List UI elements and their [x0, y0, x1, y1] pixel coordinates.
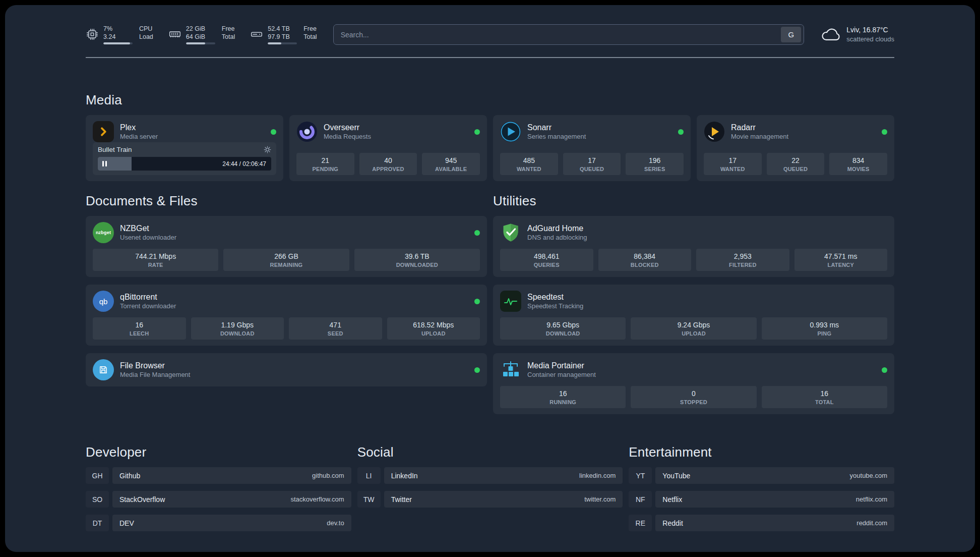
- section-title-media: Media: [86, 92, 894, 108]
- section-media: Media Plex Media server Bullet Train: [86, 92, 894, 181]
- bookmark-twitter[interactable]: TW Twitter twitter.com: [357, 491, 623, 508]
- bookmark-name: LinkedIn: [391, 472, 418, 480]
- status-dot: [271, 129, 276, 135]
- bookmark-netflix[interactable]: NF Netflix netflix.com: [629, 491, 894, 508]
- app-card-adguard[interactable]: AdGuard Home DNS and adblocking 498,461 …: [493, 216, 894, 277]
- search-input[interactable]: [334, 31, 781, 39]
- stat-label: STOPPED: [633, 399, 754, 405]
- section-title-social: Social: [357, 444, 623, 460]
- stat-block: 485 WANTED: [500, 153, 558, 175]
- pause-icon[interactable]: [102, 161, 107, 166]
- stat-label: LEECH: [95, 330, 184, 337]
- stat-label: RATE: [95, 262, 216, 268]
- plex-icon: [93, 121, 114, 142]
- stat-value: 9.24 Gbps: [633, 321, 754, 329]
- cpu-label-top: CPU: [139, 25, 153, 33]
- stat-block: 16 TOTAL: [762, 386, 887, 408]
- bookmark-youtube[interactable]: YT YouTube youtube.com: [629, 467, 894, 484]
- gear-icon[interactable]: [264, 146, 271, 153]
- speedtest-icon: [500, 291, 521, 312]
- stat-block: 744.21 Mbps RATE: [93, 249, 218, 271]
- bookmark-group-entertainment: Entertainment YT YouTube youtube.com NF …: [629, 444, 894, 531]
- search-provider-button[interactable]: G: [781, 27, 801, 42]
- stat-value: 196: [628, 156, 682, 164]
- stat-value: 21: [298, 156, 352, 164]
- bookmark-abbr: YT: [629, 467, 652, 484]
- stat-value: 22: [769, 156, 823, 164]
- stat-block: 196 SERIES: [626, 153, 684, 175]
- stat-block: 0.993 ms PING: [762, 317, 887, 340]
- section-documents: Documents & Files nzbget NZBGet Usenet d…: [86, 193, 487, 386]
- bookmark-abbr: RE: [629, 515, 652, 531]
- stat-block: 40 APPROVED: [359, 153, 417, 175]
- app-card-plex[interactable]: Plex Media server Bullet Train: [86, 115, 283, 181]
- disk-icon: [250, 28, 263, 41]
- stat-block: 498,461 QUERIES: [500, 249, 593, 271]
- app-card-filebrowser[interactable]: File Browser Media File Management: [86, 353, 487, 386]
- bookmark-linkedin[interactable]: LI LinkedIn linkedin.com: [357, 467, 623, 484]
- weather-condition: scattered clouds: [846, 35, 894, 44]
- stat-block: 17 QUEUED: [563, 153, 621, 175]
- stat-value: 0: [633, 389, 754, 398]
- stat-value: 40: [361, 156, 415, 164]
- stats-row: 17 WANTED 22 QUEUED 834 MOVIES: [704, 147, 887, 175]
- app-card-portainer[interactable]: Media Portainer Container management 16 …: [493, 353, 894, 414]
- memory-total: 64 GiB: [186, 33, 215, 41]
- stat-label: UPLOAD: [633, 330, 754, 337]
- plex-now-playing: Bullet Train 24:44 / 02:06:47: [93, 142, 276, 175]
- stat-label: QUERIES: [502, 262, 591, 268]
- bookmark-name: Twitter: [391, 495, 412, 504]
- stat-label: PING: [764, 330, 885, 337]
- disk-labels: Free Total: [303, 25, 317, 41]
- bookmark-name: StackOverflow: [119, 495, 165, 504]
- overseerr-icon: [296, 121, 318, 142]
- stat-label: DOWNLOAD: [502, 330, 624, 337]
- stats-row: 744.21 Mbps RATE 266 GB REMAINING 39.6 T…: [93, 243, 480, 271]
- stat-block: 9.24 Gbps UPLOAD: [631, 317, 756, 340]
- app-card-overseerr[interactable]: Overseerr Media Requests 21 PENDING 40 A…: [289, 115, 487, 181]
- memory-icon: [168, 28, 181, 41]
- stat-block: 16 RUNNING: [500, 386, 626, 408]
- stat-block: 2,953 FILTERED: [696, 249, 789, 271]
- stat-block: 266 GB REMAINING: [223, 249, 349, 271]
- player-progress-bar[interactable]: 24:44 / 02:06:47: [98, 157, 271, 171]
- app-card-speedtest[interactable]: Speedtest Speedtest Tracking 9.65 Gbps D…: [493, 285, 894, 346]
- app-desc: Container management: [527, 371, 596, 379]
- bookmark-dev[interactable]: DT DEV dev.to: [86, 515, 351, 531]
- app-desc: Media File Management: [120, 371, 190, 379]
- stat-value: 618.52 Mbps: [389, 321, 478, 329]
- stat-value: 9.65 Gbps: [502, 321, 624, 329]
- stat-value: 2,953: [698, 252, 787, 260]
- nzbget-icon-text: nzbget: [96, 230, 111, 235]
- section-title-utilities: Utilities: [493, 193, 894, 209]
- app-card-sonarr[interactable]: Sonarr Series management 485 WANTED 17 Q…: [493, 115, 691, 181]
- stat-label: QUEUED: [565, 166, 619, 172]
- stat-label: REMAINING: [225, 262, 347, 268]
- disk-label-bottom: Total: [303, 33, 317, 41]
- memory-label-top: Free: [222, 25, 235, 33]
- stat-block: 834 MOVIES: [829, 153, 887, 175]
- memory-bar: [186, 42, 215, 44]
- dashboard: 7% 3.24 CPU Load 22 GiB 64 GiB: [5, 5, 975, 552]
- app-card-qbittorrent[interactable]: qb qBittorrent Torrent downloader 16 LEE…: [86, 285, 487, 346]
- app-name: File Browser: [120, 361, 190, 371]
- disk-widget: 52.4 TB 97.9 TB Free Total: [250, 25, 317, 45]
- section-title-documents: Documents & Files: [86, 193, 487, 209]
- app-desc: Usenet downloader: [120, 234, 176, 242]
- bookmark-github[interactable]: GH Github github.com: [86, 467, 351, 484]
- app-card-radarr[interactable]: Radarr Movie management 17 WANTED 22 QUE…: [697, 115, 894, 181]
- stats-row: 16 RUNNING 0 STOPPED 16 TOTAL: [500, 380, 887, 408]
- bookmark-stackoverflow[interactable]: SO StackOverflow stackoverflow.com: [86, 491, 351, 508]
- stat-block: 0 STOPPED: [631, 386, 756, 408]
- bookmark-domain: linkedin.com: [579, 472, 616, 479]
- weather-widget: Lviv, 16.87°C scattered clouds: [820, 25, 894, 43]
- app-name: Plex: [120, 123, 158, 133]
- stat-value: 266 GB: [225, 252, 347, 260]
- bookmark-reddit[interactable]: RE Reddit reddit.com: [629, 515, 894, 531]
- qbittorrent-icon-text: qb: [99, 297, 108, 306]
- stat-block: 9.65 Gbps DOWNLOAD: [500, 317, 626, 340]
- app-card-nzbget[interactable]: nzbget NZBGet Usenet downloader 744.21 M…: [86, 216, 487, 277]
- section-title-entertainment: Entertainment: [629, 444, 894, 460]
- stat-value: 86,384: [600, 252, 690, 260]
- portainer-icon: [500, 359, 521, 380]
